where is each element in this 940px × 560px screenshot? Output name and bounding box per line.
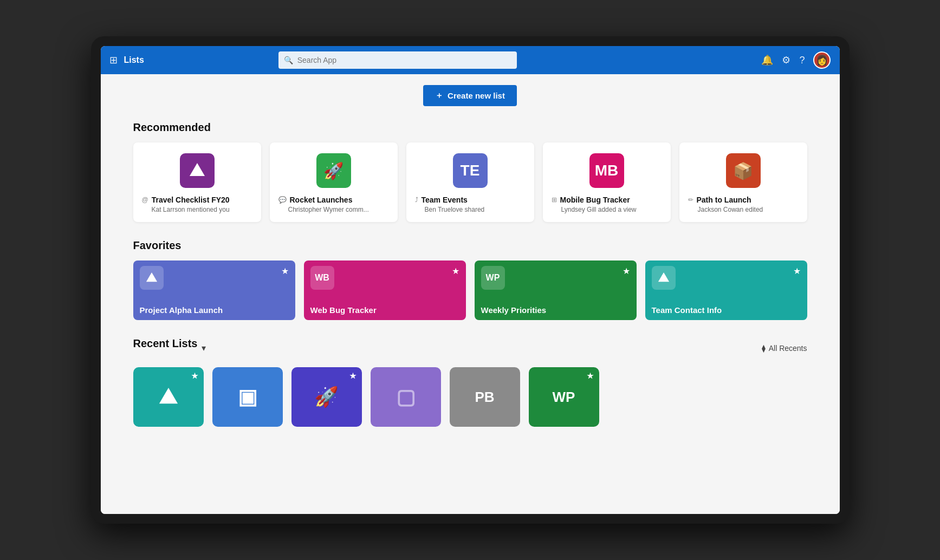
activity-icon-mb: ⊞ <box>552 196 557 204</box>
fav-card-weekly-priorities[interactable]: WP ★ Weekly Priorities <box>475 261 637 320</box>
recent-icon-3: 🚀 <box>314 386 339 408</box>
recent-text-5: PB <box>475 389 494 406</box>
rec-card-activity-rocket: Christopher Wymer comm... <box>278 206 389 213</box>
recent-row: ★ ▣ ★ 🚀 <box>133 367 807 427</box>
rec-card-travel-checklist[interactable]: @ Travel Checklist FY20 Kat Larrson ment… <box>133 142 261 222</box>
fav-arrow-svg2 <box>657 271 671 285</box>
recent-card-1[interactable]: ★ <box>133 367 204 427</box>
fav-label-wp: Weekly Priorities <box>481 305 630 315</box>
fav-star-wb: ★ <box>452 266 459 276</box>
search-bar[interactable]: 🔍 <box>278 51 517 69</box>
search-input[interactable] <box>297 56 511 64</box>
rec-card-name-te: Team Events <box>422 196 468 204</box>
rec-card-info-path: ✏ Path to Launch Jackson Cowan edited <box>688 196 799 213</box>
rec-card-activity-mb: Lyndsey Gill added a view <box>552 206 662 213</box>
rec-card-info-rocket: 💬 Rocket Launches Christopher Wymer comm… <box>278 196 389 213</box>
recent-card-6[interactable]: ★ WP <box>529 367 599 427</box>
fav-label-contact: Team Contact Info <box>652 305 801 315</box>
rec-icon-te: TE <box>453 153 488 188</box>
favorites-section: Favorites ★ Project Alpha Launch <box>133 239 807 320</box>
recent-star-6: ★ <box>587 372 594 380</box>
fav-star-alpha: ★ <box>281 266 289 276</box>
recent-star-1: ★ <box>191 372 198 380</box>
fav-star-wp: ★ <box>623 266 630 276</box>
all-recents-button[interactable]: ⧫ All Recents <box>762 344 807 353</box>
fav-icon-wp: WP <box>481 266 505 290</box>
fav-card-web-bug[interactable]: WB ★ Web Bug Tracker <box>304 261 466 320</box>
recent-card-3[interactable]: ★ 🚀 <box>291 367 362 427</box>
rec-card-info-travel: @ Travel Checklist FY20 Kat Larrson ment… <box>142 196 252 213</box>
recommended-section: Recommended @ Travel <box>133 121 807 222</box>
svg-marker-3 <box>159 388 177 403</box>
recent-star-3: ★ <box>349 372 356 380</box>
fav-arrow-svg <box>145 271 159 285</box>
rec-card-info-te: ⤴ Team Events Ben Truelove shared <box>415 196 526 213</box>
avatar[interactable]: 👩 <box>813 51 831 69</box>
te-text: TE <box>461 162 480 179</box>
svg-marker-2 <box>658 272 669 282</box>
rec-card-path-launch[interactable]: 📦 ✏ Path to Launch Jackson Cowan edited <box>679 142 807 222</box>
recommended-row: @ Travel Checklist FY20 Kat Larrson ment… <box>133 142 807 222</box>
rec-card-rocket-launches[interactable]: 🚀 💬 Rocket Launches Christopher Wymer co… <box>270 142 398 222</box>
search-icon: 🔍 <box>284 56 293 64</box>
main-content: ＋ Create new list Recommended <box>101 74 840 514</box>
favorites-row: ★ Project Alpha Launch WB ★ Web Bug Trac… <box>133 261 807 320</box>
recent-header: Recent Lists ▾ ⧫ All Recents <box>133 337 807 359</box>
fav-icon-alpha <box>140 266 164 290</box>
recent-card-5[interactable]: PB <box>450 367 520 427</box>
create-btn-row: ＋ Create new list <box>133 85 807 106</box>
recent-lists-title: Recent Lists <box>133 337 198 350</box>
app-title: Lists <box>124 55 144 65</box>
settings-icon[interactable]: ⚙ <box>782 54 790 66</box>
rocket-symbol: 🚀 <box>323 161 343 180</box>
create-btn-label: Create new list <box>448 91 505 100</box>
header: ⊞ Lists 🔍 🔔 ⚙ ? 👩 <box>101 46 840 74</box>
fav-star-contact: ★ <box>793 266 801 276</box>
fav-label-wb: Web Bug Tracker <box>310 305 459 315</box>
rec-card-info-mb: ⊞ Mobile Bug Tracker Lyndsey Gill added … <box>552 196 662 213</box>
recent-icon-2: ▣ <box>238 385 257 409</box>
recent-lists-section: Recent Lists ▾ ⧫ All Recents ★ <box>133 337 807 427</box>
header-actions: 🔔 ⚙ ? 👩 <box>761 51 831 69</box>
rec-icon-mb: MB <box>589 153 624 188</box>
activity-icon-te: ⤴ <box>415 196 418 204</box>
help-icon[interactable]: ? <box>799 55 805 66</box>
svg-marker-1 <box>146 272 157 282</box>
fav-icon-contact <box>652 266 676 290</box>
device-frame: ⊞ Lists 🔍 🔔 ⚙ ? 👩 ＋ Create new lis <box>91 36 850 524</box>
fav-card-team-contact[interactable]: ★ Team Contact Info <box>645 261 807 320</box>
grid-icon[interactable]: ⊞ <box>109 54 118 66</box>
rec-card-activity-path: Jackson Cowan edited <box>688 206 799 213</box>
svg-marker-0 <box>190 163 205 176</box>
all-recents-label: All Recents <box>769 344 807 353</box>
rec-card-name-mb: Mobile Bug Tracker <box>560 196 630 204</box>
recent-card-4[interactable]: ▢ <box>371 367 441 427</box>
rec-card-name-path: Path to Launch <box>697 196 751 204</box>
rec-icon-box3d: 📦 <box>726 153 761 188</box>
activity-icon-path: ✏ <box>688 196 693 204</box>
box3d-symbol: 📦 <box>733 161 753 180</box>
filter-icon: ⧫ <box>762 344 766 353</box>
rec-card-name-travel: Travel Checklist FY20 <box>152 196 230 204</box>
chevron-down-icon[interactable]: ▾ <box>202 343 206 353</box>
rec-icon-travel <box>180 153 215 188</box>
recent-arrow-1 <box>157 385 180 409</box>
create-new-list-button[interactable]: ＋ Create new list <box>423 85 517 106</box>
fav-icon-wb: WB <box>310 266 334 290</box>
rec-card-team-events[interactable]: TE ⤴ Team Events Ben Truelove shared <box>406 142 534 222</box>
activity-icon-travel: @ <box>142 196 148 204</box>
bell-icon[interactable]: 🔔 <box>761 54 773 66</box>
rec-card-name-rocket: Rocket Launches <box>290 196 353 204</box>
recent-icon-4: ▢ <box>396 385 416 409</box>
fav-card-project-alpha[interactable]: ★ Project Alpha Launch <box>133 261 295 320</box>
mb-text: MB <box>595 162 619 179</box>
rec-card-activity-travel: Kat Larrson mentioned you <box>142 206 252 213</box>
rec-card-activity-te: Ben Truelove shared <box>415 206 526 213</box>
favorites-title: Favorites <box>133 239 807 252</box>
recommended-title: Recommended <box>133 121 807 134</box>
fav-label-alpha: Project Alpha Launch <box>140 305 289 315</box>
arrow-up-svg <box>187 161 207 180</box>
rec-card-mobile-bug[interactable]: MB ⊞ Mobile Bug Tracker Lyndsey Gill add… <box>543 142 671 222</box>
recent-text-6: WP <box>553 389 575 406</box>
recent-card-2[interactable]: ▣ <box>212 367 283 427</box>
